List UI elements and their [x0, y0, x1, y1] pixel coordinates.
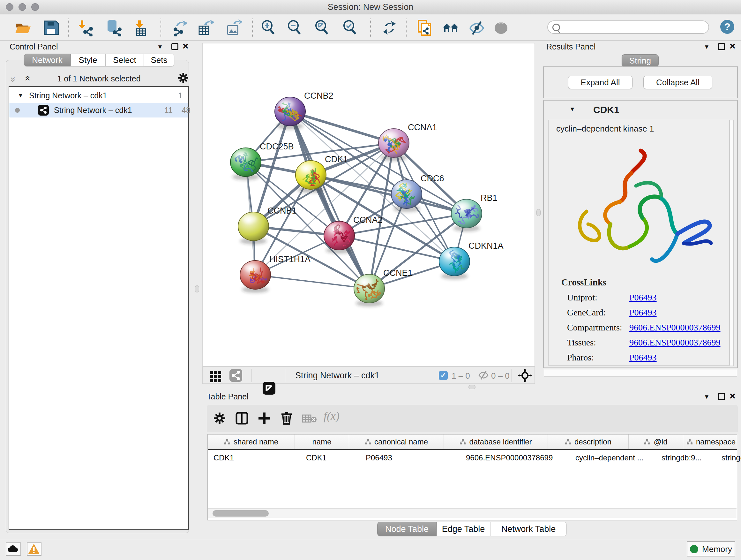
zoom-fit-icon[interactable]	[313, 19, 330, 37]
edge-CCNA2-CDKN1A[interactable]	[339, 236, 455, 261]
vertical-splitter-handle[interactable]	[195, 286, 199, 293]
show-graphics-icon[interactable]	[492, 19, 510, 37]
tree-expander-icon[interactable]: ▼	[17, 88, 23, 103]
refresh-icon[interactable]	[381, 19, 398, 37]
table-horizontal-scrollbar[interactable]	[208, 508, 737, 518]
warning-button[interactable]	[27, 543, 42, 556]
toolbar-separator	[68, 18, 69, 37]
network-view-canvas[interactable]: CCNB2CCNA1CDC25BCDK1CDC6RB1CCNB1CCNA2CDK…	[202, 43, 535, 367]
clone-network-icon[interactable]	[416, 19, 433, 37]
gene-section-expander-icon[interactable]: ▼	[569, 106, 576, 113]
open-in-window-icon[interactable]	[263, 382, 275, 395]
hidden-eye-icon[interactable]	[478, 370, 489, 380]
expand-all-button[interactable]: Expand All	[568, 76, 632, 89]
tab-string[interactable]: String	[622, 54, 659, 67]
selected-count-checkbox[interactable]: ✓	[439, 371, 448, 380]
memory-button[interactable]: Memory	[687, 541, 735, 557]
delete-column-icon[interactable]	[280, 411, 293, 425]
hide-unhide-icon[interactable]	[468, 19, 485, 37]
collapse-all-networks-icon[interactable]: »	[8, 77, 19, 81]
column-header-namespace[interactable]: namespace	[683, 435, 739, 449]
results-panel-float-icon[interactable]	[718, 43, 725, 50]
zoom-out-icon[interactable]	[286, 19, 303, 37]
table-panel-float-icon[interactable]	[718, 393, 725, 400]
cloud-button[interactable]	[6, 543, 21, 556]
export-network-icon[interactable]	[172, 19, 189, 37]
string-homes-icon[interactable]	[442, 19, 459, 37]
tab-sets[interactable]: Sets	[144, 54, 174, 66]
edge-HIST1H1A-CCNE1[interactable]	[255, 275, 369, 289]
column-label: database identifier	[469, 437, 532, 446]
import-network-database-icon[interactable]	[105, 19, 122, 37]
collapse-all-button[interactable]: Collapse All	[643, 76, 712, 89]
tab-edge-table[interactable]: Edge Table	[436, 522, 490, 537]
export-table-icon[interactable]	[197, 19, 214, 37]
tab-node-table[interactable]: Node Table	[377, 522, 436, 537]
crosslink-link[interactable]: 9606.ENSP00000378699	[629, 322, 720, 333]
zoom-selected-icon[interactable]	[341, 19, 358, 37]
results-panel-collapse-icon[interactable]: ▼	[704, 44, 710, 51]
column-header-description[interactable]: description	[548, 435, 629, 449]
table-header-row: shared namenamecanonical namedatabase id…	[208, 435, 737, 450]
table-cell[interactable]: CDK1	[208, 450, 300, 466]
search-input[interactable]	[547, 20, 709, 34]
control-panel-collapse-icon[interactable]: ▼	[157, 44, 163, 51]
table-cell[interactable]: P06493	[360, 450, 460, 466]
control-panel-close-icon[interactable]: ×	[183, 43, 189, 50]
table-panel-title: Table Panel	[207, 392, 249, 401]
horizontal-splitter-handle[interactable]	[468, 385, 475, 389]
control-panel-float-icon[interactable]	[172, 43, 179, 50]
import-network-file-icon[interactable]	[77, 19, 94, 37]
edge-CCNB2-CCNA1[interactable]	[290, 111, 394, 143]
export-image-icon[interactable]	[225, 19, 242, 37]
import-table-file-icon[interactable]	[132, 19, 149, 37]
pan-crosshair-icon[interactable]	[518, 368, 532, 382]
network-type-icon[interactable]	[229, 369, 242, 382]
table-cell[interactable]: CDK1	[300, 450, 360, 466]
column-tree-icon	[644, 439, 650, 445]
results-horizontal-scrollbar[interactable]	[544, 369, 737, 377]
network-options-gear-icon[interactable]	[178, 72, 189, 84]
zoom-in-icon[interactable]	[259, 19, 277, 37]
network-collection-row[interactable]: ▼ String Network – cdk1 1	[9, 88, 188, 103]
table-cell[interactable]: stringdb	[716, 450, 741, 466]
table-settings-gear-icon[interactable]	[213, 412, 226, 425]
statusbar-separator	[472, 369, 472, 382]
table-cell[interactable]: stringdb:9...	[656, 450, 716, 466]
show-columns-icon[interactable]	[235, 412, 248, 425]
table-cell[interactable]: cyclin–dependent ...	[569, 450, 656, 466]
vertical-splitter-handle[interactable]	[536, 209, 541, 216]
tab-select[interactable]: Select	[105, 54, 144, 66]
results-vertical-scrollbar[interactable]	[730, 120, 734, 366]
results-panel-close-icon[interactable]: ×	[730, 43, 736, 50]
crosslink-link[interactable]: 9606.ENSP00000378699	[629, 337, 720, 348]
column-header--id[interactable]: @id	[629, 435, 683, 449]
save-session-icon[interactable]	[43, 19, 60, 37]
help-button[interactable]: ?	[720, 20, 734, 34]
column-header-shared-name[interactable]: shared name	[208, 435, 295, 449]
open-session-icon[interactable]	[14, 19, 31, 37]
function-builder-icon[interactable]: f(x)	[324, 409, 340, 423]
tab-network-table[interactable]: Network Table	[490, 522, 567, 537]
collection-label: String Network – cdk1	[29, 88, 107, 103]
crosslink-link[interactable]: P06493	[629, 307, 657, 318]
expand-all-networks-icon[interactable]: »	[21, 77, 32, 81]
table-panel-close-icon[interactable]: ×	[730, 392, 736, 399]
column-header-canonical-name[interactable]: canonical name	[349, 435, 444, 449]
delete-table-icon[interactable]	[302, 414, 317, 423]
column-header-database-identifier[interactable]: database identifier	[444, 435, 548, 449]
crosslink-row: Uniprot:P06493	[567, 290, 727, 305]
table-cell[interactable]: 9606.ENSP00000378699	[460, 450, 569, 466]
tab-style[interactable]: Style	[71, 54, 105, 66]
column-header-name[interactable]: name	[295, 435, 349, 449]
scrollbar-thumb[interactable]	[212, 510, 269, 516]
crosslink-link[interactable]: P06493	[629, 293, 657, 303]
table-panel-collapse-icon[interactable]: ▼	[704, 393, 710, 400]
crosslink-link[interactable]: P06493	[629, 353, 657, 363]
birds-eye-view-icon[interactable]	[210, 371, 221, 382]
tab-network[interactable]: Network	[24, 54, 71, 66]
table-row[interactable]: CDK1CDK1P064939606.ENSP00000378699cyclin…	[208, 450, 737, 466]
node-label-CCNA1: CCNA1	[408, 123, 437, 132]
network-row-selected[interactable]: String Network – cdk1 11 48	[9, 103, 188, 118]
add-column-icon[interactable]	[258, 412, 271, 425]
